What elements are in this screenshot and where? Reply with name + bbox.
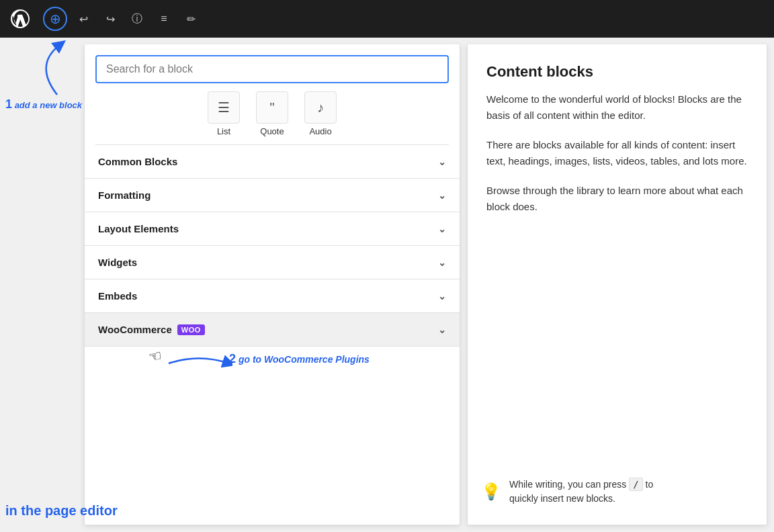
woocommerce-section: WooCommerce WOO ⌄	[85, 313, 460, 347]
audio-block-label: Audio	[309, 126, 331, 136]
widgets-section: Widgets ⌄	[85, 246, 460, 279]
info-icon: ⓘ	[132, 12, 142, 26]
panel-paragraph-1: Welcome to the wonderful world of blocks…	[486, 91, 748, 124]
left-annotation-area: 1 add a new block in the page editor	[0, 38, 77, 532]
panel-title: Content blocks	[486, 63, 748, 81]
arrow-annotation-2	[165, 350, 232, 377]
woocommerce-label: WooCommerce	[98, 324, 172, 335]
undo-button[interactable]: ↩	[73, 8, 94, 30]
embeds-chevron-icon: ⌄	[438, 291, 446, 302]
woo-annotation-area: ☞ 2 go to WooCommerce Plugins	[85, 347, 460, 380]
edit-icon: ✏	[187, 13, 196, 26]
hand-cursor-icon: ☞	[147, 347, 163, 366]
edit-button[interactable]: ✏	[180, 8, 202, 30]
audio-block-item[interactable]: ♪ Audio	[304, 91, 337, 136]
annotation-1-text: 1 add a new block	[5, 97, 82, 112]
widgets-header[interactable]: Widgets ⌄	[85, 246, 460, 279]
main-area: 1 add a new block in the page editor ☰ L…	[0, 38, 774, 532]
quote-block-label: Quote	[260, 126, 284, 136]
embeds-label: Embeds	[98, 290, 137, 302]
wp-logo[interactable]	[8, 7, 32, 31]
formatting-chevron-icon: ⌄	[438, 190, 446, 201]
list-view-button[interactable]: ≡	[153, 8, 175, 30]
formatting-section: Formatting ⌄	[85, 179, 460, 212]
list-block-icon: ☰	[208, 91, 240, 124]
block-grid-section: ☰ List " Quote ♪ Audio	[85, 83, 460, 144]
common-blocks-chevron-icon: ⌄	[438, 157, 446, 167]
lightbulb-icon: 💡	[481, 482, 501, 501]
common-blocks-label: Common Blocks	[98, 156, 177, 167]
tip-text: While writing, you can press / to quickl…	[509, 478, 653, 506]
tip-text-end: quickly insert new blocks.	[509, 493, 615, 504]
audio-block-icon: ♪	[304, 91, 337, 124]
tip-box: 💡 While writing, you can press / to quic…	[481, 478, 753, 506]
formatting-label: Formatting	[98, 189, 150, 201]
layout-elements-header[interactable]: Layout Elements ⌄	[85, 212, 460, 245]
redo-button[interactable]: ↪	[99, 8, 121, 30]
tip-text-before: While writing, you can press	[509, 479, 626, 490]
list-block-label: List	[217, 126, 230, 136]
woocommerce-header[interactable]: WooCommerce WOO ⌄	[85, 313, 460, 346]
panel-paragraph-3: Browse through the library to learn more…	[486, 183, 748, 215]
list-view-icon: ≡	[161, 13, 167, 25]
list-block-item[interactable]: ☰ List	[208, 91, 240, 136]
woocommerce-chevron-icon: ⌄	[438, 324, 446, 335]
layout-elements-chevron-icon: ⌄	[438, 224, 446, 234]
arrow-annotation-1	[20, 38, 74, 105]
embeds-header[interactable]: Embeds ⌄	[85, 279, 460, 312]
search-input[interactable]	[106, 63, 438, 75]
common-blocks-section: Common Blocks ⌄	[85, 145, 460, 179]
woo-badge: WOO	[177, 324, 205, 335]
widgets-chevron-icon: ⌄	[438, 257, 446, 268]
widgets-label: Widgets	[98, 257, 137, 268]
embeds-section: Embeds ⌄	[85, 279, 460, 313]
tip-shortcut: /	[629, 478, 642, 491]
undo-icon: ↩	[79, 13, 88, 26]
content-blocks-panel: Content blocks Welcome to the wonderful …	[467, 44, 767, 525]
panel-paragraph-2: There are blocks available for all kinds…	[486, 137, 748, 169]
redo-icon: ↪	[106, 13, 115, 26]
layout-elements-section: Layout Elements ⌄	[85, 212, 460, 246]
search-input-wrapper[interactable]	[95, 55, 449, 83]
add-block-button[interactable]: ⊕	[43, 7, 67, 31]
plus-circle-icon: ⊕	[50, 11, 61, 27]
common-blocks-header[interactable]: Common Blocks ⌄	[85, 145, 460, 178]
search-section	[85, 44, 460, 83]
quote-block-icon: "	[256, 91, 288, 124]
toolbar: ⊕ ↩ ↪ ⓘ ≡ ✏	[0, 0, 774, 38]
annotation-2-text: 2 go to WooCommerce Plugins	[229, 352, 370, 366]
woocommerce-header-content: WooCommerce WOO	[98, 324, 205, 335]
bottom-annotation: in the page editor	[5, 503, 118, 519]
info-button[interactable]: ⓘ	[126, 8, 148, 30]
formatting-header[interactable]: Formatting ⌄	[85, 179, 460, 212]
quote-block-item[interactable]: " Quote	[256, 91, 288, 136]
layout-elements-label: Layout Elements	[98, 223, 179, 234]
block-inserter-panel: ☰ List " Quote ♪ Audio Common Blocks ⌄ F…	[84, 44, 460, 525]
